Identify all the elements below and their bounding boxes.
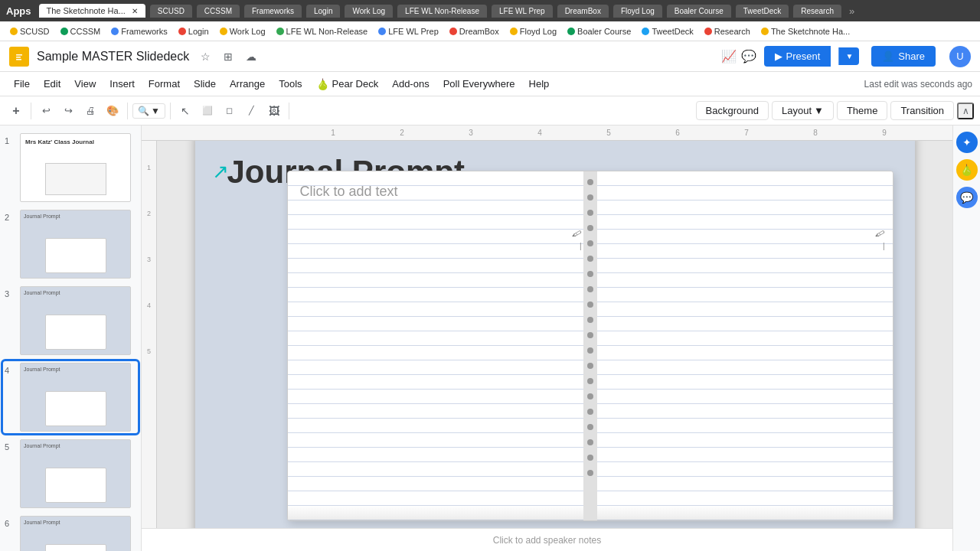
spiral-dot bbox=[587, 317, 593, 323]
thumb-nb bbox=[45, 391, 106, 426]
toolbar-theme-button[interactable]: Theme bbox=[837, 101, 887, 120]
ext-frameworks[interactable]: Frameworks bbox=[107, 25, 172, 37]
tab-item[interactable]: LFE WL Prep bbox=[492, 5, 553, 18]
tab-item[interactable]: DreamBox bbox=[557, 5, 609, 18]
slide-item-4[interactable]: 4 Journal Prompt bbox=[3, 361, 138, 433]
toolbar-background-button[interactable]: Background bbox=[696, 101, 769, 120]
toolbar-collapse-button[interactable]: ∧ bbox=[957, 103, 974, 119]
present-dropdown-button[interactable]: ▼ bbox=[838, 47, 859, 65]
active-tab[interactable]: The Sketchnote Ha... ✕ bbox=[39, 4, 145, 18]
toolbar-zoom[interactable]: 🔍 ▼ bbox=[132, 103, 165, 119]
tab-item[interactable]: Frameworks bbox=[244, 5, 302, 18]
ext-tweetdeck[interactable]: TweetDeck bbox=[638, 25, 697, 37]
toolbar-select-button[interactable]: ⬜ bbox=[198, 101, 217, 121]
ext-lfe-nonrelease[interactable]: LFE WL Non-Release bbox=[273, 25, 372, 37]
menu-edit[interactable]: Edit bbox=[38, 75, 67, 93]
toolbar-transition-button[interactable]: Transition bbox=[890, 101, 954, 120]
document-title[interactable]: Sample MASTER Slidedeck bbox=[37, 50, 189, 64]
slide-number: 4 bbox=[5, 366, 15, 375]
menu-view[interactable]: View bbox=[68, 75, 102, 93]
chart-icon[interactable]: 📈 bbox=[721, 49, 737, 64]
menu-help[interactable]: Help bbox=[523, 75, 556, 93]
ruler-mark: 2 bbox=[368, 129, 436, 137]
ext-dreambox[interactable]: DreamBox bbox=[446, 25, 503, 37]
toolbar-undo-button[interactable]: ↩ bbox=[36, 101, 56, 121]
ext-scusd[interactable]: SCUSD bbox=[6, 25, 54, 37]
ext-label: SCUSD bbox=[20, 27, 50, 36]
menu-poll[interactable]: Poll Everywhere bbox=[437, 75, 521, 93]
toolbar-paintformat-button[interactable]: 🎨 bbox=[103, 101, 122, 121]
ext-research[interactable]: Research bbox=[701, 25, 754, 37]
comments-panel-button[interactable]: 💬 bbox=[956, 187, 978, 208]
slide-item-5[interactable]: 5 Journal Prompt bbox=[3, 438, 138, 510]
slide-item-3[interactable]: 3 Journal Prompt bbox=[3, 285, 138, 357]
ext-login[interactable]: Login bbox=[175, 25, 213, 37]
more-tabs-icon[interactable]: » bbox=[849, 5, 854, 17]
tab-item[interactable]: Login bbox=[306, 5, 340, 18]
ext-label: Login bbox=[188, 27, 209, 36]
explore-button[interactable]: ✦ bbox=[956, 132, 978, 153]
ext-boaler[interactable]: Boaler Course bbox=[564, 25, 635, 37]
thumb-jp-label: Journal Prompt bbox=[24, 367, 60, 372]
menu-pear-deck[interactable]: 🍐 Pear Deck bbox=[310, 75, 385, 93]
comment-icon[interactable]: 💬 bbox=[741, 49, 756, 64]
slide-item-1[interactable]: 1 Mrs Katz' Class Journal bbox=[3, 132, 138, 204]
ext-ccssm[interactable]: CCSSM bbox=[57, 25, 105, 37]
close-tab-icon[interactable]: ✕ bbox=[132, 7, 138, 15]
notebook-left-page[interactable]: Click to add text 🖊 | bbox=[288, 171, 591, 520]
avatar[interactable]: U bbox=[949, 46, 971, 67]
ext-lfe-prep[interactable]: LFE WL Prep bbox=[374, 25, 443, 37]
ruler-mark: 7 bbox=[712, 129, 781, 137]
toolbar-redo-button[interactable]: ↪ bbox=[58, 101, 78, 121]
menu-insert[interactable]: Insert bbox=[103, 75, 141, 93]
menu-slide[interactable]: Slide bbox=[188, 75, 222, 93]
ext-floyd[interactable]: Floyd Log bbox=[506, 25, 560, 37]
star-icon[interactable]: ☆ bbox=[197, 48, 214, 65]
ext-sketchnote[interactable]: The Sketchnote Ha... bbox=[757, 25, 854, 37]
toolbar-layout-button[interactable]: Layout ▼ bbox=[772, 101, 834, 120]
slide-canvas[interactable]: Journal Prompt ↖ bbox=[195, 141, 915, 528]
present-button[interactable]: ▶ Present bbox=[764, 46, 831, 67]
click-to-add-text[interactable]: Click to add text bbox=[300, 184, 398, 200]
menu-addons[interactable]: Add-ons bbox=[386, 75, 435, 93]
slide-item-6[interactable]: 6 Journal Prompt bbox=[3, 514, 138, 551]
pear-deck-icon: 🍐 bbox=[960, 164, 973, 176]
spiral-dot bbox=[587, 256, 593, 262]
notebook-right-page[interactable]: 🖊 | bbox=[591, 171, 893, 520]
menu-file[interactable]: File bbox=[8, 75, 36, 93]
spiral-dot bbox=[587, 470, 593, 476]
share-button[interactable]: 👤 Share bbox=[871, 46, 936, 67]
slide-item-2[interactable]: 2 Journal Prompt bbox=[3, 208, 138, 280]
toolbar-cursor-button[interactable]: ↖ bbox=[175, 101, 195, 121]
cloud-icon[interactable]: ☁ bbox=[243, 48, 260, 65]
menu-arrange[interactable]: Arrange bbox=[224, 75, 271, 93]
tab-item[interactable]: SCUSD bbox=[150, 5, 192, 18]
tab-item[interactable]: Floyd Log bbox=[613, 5, 662, 18]
tab-item[interactable]: LFE WL Non-Release bbox=[397, 5, 487, 18]
toolbar-image-button[interactable]: 🖼 bbox=[264, 101, 284, 121]
last-edit-status: Last edit was seconds ago bbox=[864, 79, 972, 90]
notebook-spiral-dots bbox=[586, 171, 594, 520]
tab-item[interactable]: CCSSM bbox=[197, 5, 240, 18]
toolbar-shape-button[interactable]: ◻ bbox=[220, 101, 240, 121]
folder-icon[interactable]: ⊞ bbox=[220, 48, 237, 65]
toolbar-add-button[interactable]: + bbox=[6, 101, 26, 121]
tab-item[interactable]: TweetDeck bbox=[736, 5, 789, 18]
notebook-image[interactable]: Click to add text 🖊 | 🖊 | bbox=[287, 171, 893, 521]
toolbar-print-button[interactable]: 🖨 bbox=[80, 101, 100, 121]
speaker-notes-label[interactable]: Click to add speaker notes bbox=[493, 535, 601, 546]
speaker-notes-area[interactable]: Click to add speaker notes bbox=[142, 528, 952, 551]
toolbar-line-button[interactable]: ╱ bbox=[242, 101, 262, 121]
pen-line-icon: | bbox=[580, 242, 582, 250]
tab-item[interactable]: Research bbox=[793, 5, 841, 18]
menu-format[interactable]: Format bbox=[142, 75, 186, 93]
ext-worklog[interactable]: Work Log bbox=[216, 25, 270, 37]
apps-label[interactable]: Apps bbox=[6, 5, 31, 17]
tab-item[interactable]: Boaler Course bbox=[667, 5, 731, 18]
menu-tools[interactable]: Tools bbox=[273, 75, 308, 93]
tab-item[interactable]: Work Log bbox=[345, 5, 393, 18]
pear-deck-panel-button[interactable]: 🍐 bbox=[956, 159, 978, 181]
thumb-jp-label: Journal Prompt bbox=[24, 290, 60, 295]
svg-rect-1 bbox=[16, 54, 22, 56]
zoom-icon: 🔍 bbox=[138, 106, 149, 116]
